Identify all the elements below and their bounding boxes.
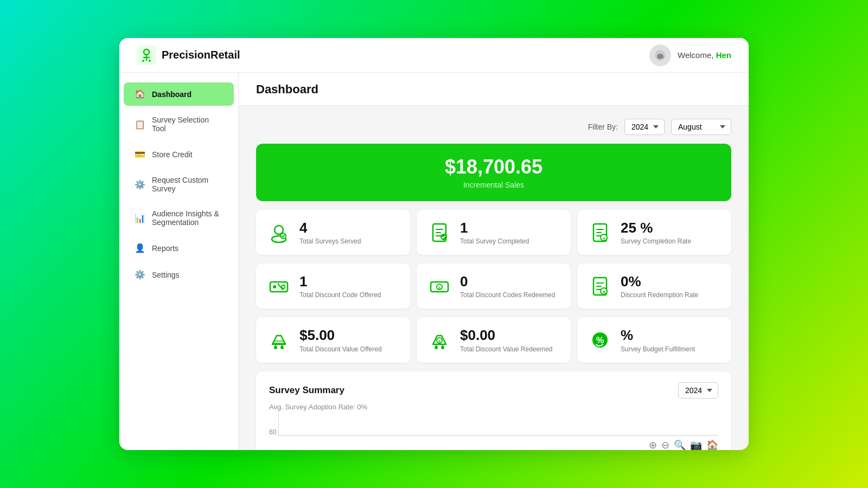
stat-info-surveys-served: 4 Total Surveys Served [299, 220, 361, 245]
stat-value-discount-redemption-rate: 0% [621, 273, 698, 290]
stat-info-budget-fulfillment: % Survey Budget Fulfillment [621, 327, 695, 352]
stat-value-completion-rate: 25 % [621, 220, 691, 236]
header-right: Welcome, Hen [649, 44, 731, 66]
stats-grid-row3: $5.00 Total Discount Value Offered [256, 317, 731, 362]
summary-header: Survey Summary 2024 2023 2025 [269, 382, 718, 399]
stat-value-discount-codes-redeemed: 0 [460, 273, 555, 290]
sidebar-label-store-credit: Store Credit [152, 150, 193, 159]
store-credit-icon: 💳 [135, 149, 145, 159]
stat-value-survey-completed: 1 [460, 220, 529, 236]
app-name: PrecisionRetail [162, 49, 240, 61]
sidebar-item-audience-insights[interactable]: 📊 Audience Insights & Segmentation [124, 203, 234, 233]
chart-zoom-out-icon[interactable]: ⊖ [661, 439, 669, 450]
discount-value-offered-icon [267, 328, 291, 352]
svg-point-26 [280, 346, 284, 349]
sidebar-item-store-credit[interactable]: 💳 Store Credit [124, 143, 234, 166]
svg-line-17 [278, 284, 283, 290]
message-icon [654, 49, 666, 61]
stats-grid-row1: 4 Total Surveys Served [256, 210, 731, 255]
stat-desc-surveys-served: Total Surveys Served [299, 237, 361, 245]
stat-card-survey-completion-rate: ★ 25 % Survey Completion Rate [577, 210, 731, 255]
month-filter-select[interactable]: August January February March April May … [671, 119, 731, 135]
sidebar-label-request-custom-survey: Request Custom Survey [152, 176, 223, 193]
sidebar-label-audience-insights: Audience Insights & Segmentation [152, 209, 223, 227]
completion-rate-icon: ★ [588, 221, 612, 245]
page-title: Dashboard [256, 82, 731, 105]
sidebar-item-reports[interactable]: 👤 Reports [124, 236, 234, 260]
sidebar-label-survey-selection-tool: Survey Selection Tool [152, 115, 223, 133]
sidebar-item-survey-selection-tool[interactable]: 📋 Survey Selection Tool [124, 109, 234, 139]
logo-icon [137, 46, 156, 65]
svg-text:★: ★ [602, 290, 606, 294]
stat-value-budget-fulfillment: % [621, 327, 695, 344]
stat-card-total-surveys-served: 4 Total Surveys Served [256, 210, 410, 255]
surveys-served-icon [267, 221, 291, 245]
stat-card-discount-value-offered: $5.00 Total Discount Value Offered [256, 317, 410, 362]
stat-desc-discount-codes-redeemed: Total Discount Codes Redeemed [460, 291, 555, 299]
svg-point-31 [435, 346, 438, 349]
hero-label: Incremental Sales [268, 181, 719, 189]
page-header: Dashboard [239, 73, 749, 106]
logo-area: PrecisionRetail [137, 46, 240, 65]
sidebar-item-settings[interactable]: ⚙️ Settings [124, 263, 234, 286]
stat-card-discount-value-redeemed: $ $0.00 Total Discount Value Redeemed [417, 317, 571, 362]
svg-point-32 [441, 346, 444, 349]
svg-text:$: $ [438, 339, 441, 344]
sidebar-item-dashboard[interactable]: 🏠 Dashboard [124, 82, 234, 106]
stat-card-total-survey-completed: 1 Total Survey Completed [417, 210, 571, 255]
hero-value: $18,700.65 [268, 156, 719, 178]
svg-point-4 [142, 60, 144, 62]
stat-card-discount-redemption-rate: ★ 0% Discount Redemption Rate [577, 264, 731, 309]
stat-desc-discount-code-offered: Total Discount Code Offered [299, 291, 381, 299]
user-avatar[interactable] [649, 44, 671, 66]
stat-card-discount-codes-redeemed: $ 0 Total Discount Codes Redeemed [417, 264, 571, 309]
filter-bar: Filter By: 2024 2023 2025 August January… [256, 119, 731, 135]
hero-card: $18,700.65 Incremental Sales [256, 144, 731, 201]
survey-tool-icon: 📋 [135, 119, 145, 130]
settings-icon: ⚙️ [135, 269, 145, 280]
avg-adoption-label: Avg. Survey Adoption Rate: 0% [269, 403, 718, 411]
sidebar-label-settings: Settings [152, 271, 180, 279]
stat-desc-discount-value-redeemed: Total Discount Value Redeemed [460, 345, 553, 353]
stat-value-discount-code-offered: 1 [299, 273, 381, 290]
welcome-user: Hen [716, 50, 731, 60]
stat-desc-budget-fulfillment: Survey Budget Fulfillment [621, 345, 695, 353]
survey-summary-year-select[interactable]: 2024 2023 2025 [678, 382, 718, 399]
chart-search-icon[interactable]: 🔍 [674, 439, 686, 450]
stat-info-survey-completed: 1 Total Survey Completed [460, 220, 529, 245]
body: 🏠 Dashboard 📋 Survey Selection Tool 💳 St… [119, 73, 749, 450]
stat-value-discount-value-redeemed: $0.00 [460, 327, 553, 344]
home-icon: 🏠 [135, 89, 145, 99]
stat-info-discount-code-offered: 1 Total Discount Code Offered [299, 273, 381, 299]
discount-code-offered-icon [267, 274, 291, 298]
chart-y-label: 60 [269, 428, 276, 436]
chart-zoom-in-icon[interactable]: ⊕ [649, 439, 657, 450]
stats-grid-row2: 1 Total Discount Code Offered $ [256, 264, 731, 309]
survey-summary-title: Survey Summary [269, 385, 344, 396]
app-container: PrecisionRetail Welcome, Hen 🏠 Dashboard [119, 38, 749, 450]
budget-fulfillment-icon: % [588, 328, 612, 352]
stat-desc-discount-value-offered: Total Discount Value Offered [299, 345, 382, 353]
stat-card-survey-budget-fulfillment: % % Survey Budget Fulfillment [577, 317, 731, 362]
sidebar-label-dashboard: Dashboard [152, 90, 192, 99]
svg-point-5 [149, 60, 151, 62]
custom-survey-icon: ⚙️ [135, 179, 145, 190]
svg-point-25 [274, 346, 277, 349]
sidebar: 🏠 Dashboard 📋 Survey Selection Tool 💳 St… [119, 73, 239, 450]
stat-info-discount-value-redeemed: $0.00 Total Discount Value Redeemed [460, 327, 553, 352]
stat-info-discount-redemption-rate: 0% Discount Redemption Rate [621, 273, 698, 299]
stat-desc-discount-redemption-rate: Discount Redemption Rate [621, 291, 698, 299]
welcome-prefix: Welcome, [678, 50, 713, 60]
survey-completed-icon [427, 221, 451, 245]
svg-point-18 [282, 285, 285, 288]
chart-home-icon[interactable]: 🏠 [706, 439, 718, 450]
year-filter-select[interactable]: 2024 2023 2025 [624, 119, 665, 135]
sidebar-item-request-custom-survey[interactable]: ⚙️ Request Custom Survey [124, 169, 234, 200]
svg-point-16 [273, 285, 276, 288]
stat-value-surveys-served: 4 [299, 220, 361, 236]
survey-summary-card: Survey Summary 2024 2023 2025 Avg. Surve… [256, 371, 731, 450]
chart-camera-icon[interactable]: 📷 [690, 439, 702, 450]
header: PrecisionRetail Welcome, Hen [119, 38, 749, 73]
content-area: Filter By: 2024 2023 2025 August January… [239, 106, 749, 450]
svg-text:%: % [596, 336, 604, 345]
